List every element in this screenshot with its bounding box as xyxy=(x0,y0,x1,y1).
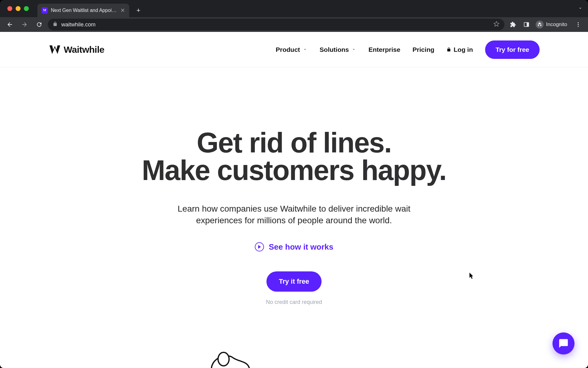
titlebar: Next Gen Waitlist and Appoint… ✕ + xyxy=(0,0,588,17)
try-it-free-label: Try it free xyxy=(279,278,309,285)
close-window-button[interactable] xyxy=(7,6,12,11)
kebab-menu-icon[interactable] xyxy=(572,18,584,31)
nav-enterprise-label: Enterprise xyxy=(368,46,400,53)
try-free-label: Try for free xyxy=(496,46,529,53)
bookmark-star-icon[interactable] xyxy=(493,21,499,29)
nav-product[interactable]: Product xyxy=(276,46,307,53)
see-how-label: See how it works xyxy=(269,242,334,252)
nav-solutions[interactable]: Solutions xyxy=(320,46,356,53)
minimize-window-button[interactable] xyxy=(16,6,21,11)
nav-login-label: Log in xyxy=(454,46,473,53)
see-how-link[interactable]: See how it works xyxy=(255,242,334,252)
illustration-peek xyxy=(208,351,251,368)
extensions-icon[interactable] xyxy=(507,18,519,31)
hero-section: Get rid of lines. Make customers happy. … xyxy=(0,67,588,305)
svg-point-4 xyxy=(578,26,579,27)
maximize-window-button[interactable] xyxy=(24,6,29,11)
url-text: waitwhile.com xyxy=(61,21,96,28)
play-circle-icon xyxy=(255,242,264,251)
browser-tab[interactable]: Next Gen Waitlist and Appoint… ✕ xyxy=(37,4,129,17)
no-card-microcopy: No credit card required xyxy=(0,299,588,305)
reload-button[interactable] xyxy=(33,18,45,31)
main-nav: Product Solutions Enterprise Pricing xyxy=(276,40,540,59)
nav-solutions-label: Solutions xyxy=(320,46,349,53)
hero-subheadline: Learn how companies use Waitwhile to del… xyxy=(175,203,413,226)
try-free-button[interactable]: Try for free xyxy=(485,40,540,59)
nav-product-label: Product xyxy=(276,46,300,53)
nav-login[interactable]: Log in xyxy=(447,46,473,53)
logo-mark-icon xyxy=(48,43,61,56)
back-button[interactable] xyxy=(4,18,16,31)
svg-point-3 xyxy=(578,24,579,25)
brand-logo[interactable]: Waitwhile xyxy=(48,43,104,56)
address-bar[interactable]: waitwhile.com xyxy=(48,19,504,30)
headline-line1: Get rid of lines. xyxy=(197,127,391,158)
lock-icon xyxy=(447,46,451,53)
page-content: Waitwhile Product Solutions Enterprise P… xyxy=(0,32,588,368)
hero-headline: Get rid of lines. Make customers happy. xyxy=(0,129,588,184)
sidepanel-icon[interactable] xyxy=(520,18,533,31)
new-tab-button[interactable]: + xyxy=(133,5,144,16)
nav-enterprise[interactable]: Enterprise xyxy=(368,46,400,53)
browser-toolbar: waitwhile.com Incognito xyxy=(0,17,588,32)
favicon-icon xyxy=(42,7,48,13)
toolbar-right: Incognito xyxy=(507,18,584,31)
nav-pricing-label: Pricing xyxy=(413,46,434,53)
browser-chrome: Next Gen Waitlist and Appoint… ✕ + waitw… xyxy=(0,0,588,32)
chat-widget-button[interactable] xyxy=(552,332,575,355)
svg-point-2 xyxy=(578,22,579,23)
tab-strip: Next Gen Waitlist and Appoint… ✕ + xyxy=(37,0,144,17)
chat-icon xyxy=(558,338,569,349)
try-it-free-button[interactable]: Try it free xyxy=(266,271,321,292)
tab-close-icon[interactable]: ✕ xyxy=(120,7,125,14)
incognito-label: Incognito xyxy=(546,21,567,28)
window-controls xyxy=(7,6,29,11)
logo-text: Waitwhile xyxy=(64,44,104,55)
svg-rect-1 xyxy=(527,22,529,26)
svg-point-5 xyxy=(218,352,229,366)
incognito-icon xyxy=(536,21,544,29)
incognito-badge[interactable]: Incognito xyxy=(534,19,571,30)
tab-title: Next Gen Waitlist and Appoint… xyxy=(51,8,117,13)
nav-pricing[interactable]: Pricing xyxy=(413,46,434,53)
chevron-down-icon xyxy=(303,46,307,53)
lock-icon xyxy=(53,21,58,28)
site-header: Waitwhile Product Solutions Enterprise P… xyxy=(0,32,588,67)
tabs-dropdown-icon[interactable] xyxy=(578,6,583,12)
chevron-down-icon xyxy=(351,46,356,53)
headline-line2: Make customers happy. xyxy=(142,155,446,186)
forward-button[interactable] xyxy=(18,18,31,31)
